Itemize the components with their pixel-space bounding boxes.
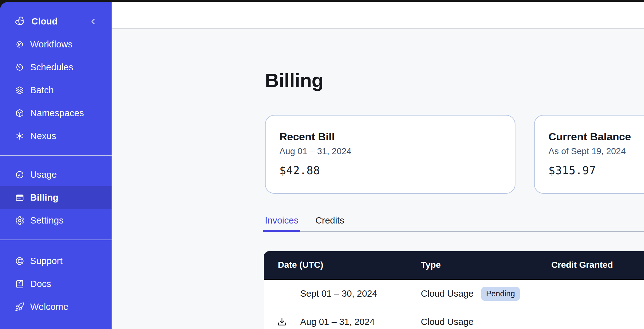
sidebar-brand-label: Cloud	[31, 16, 58, 27]
sidebar-item-settings[interactable]: Settings	[0, 209, 112, 232]
invoice-type: Cloud Usage	[421, 289, 474, 299]
card-title: Current Balance	[548, 131, 644, 143]
sidebar-divider	[0, 155, 112, 156]
sidebar-item-namespaces[interactable]: Namespaces	[0, 102, 112, 125]
sidebar-item-label: Billing	[30, 192, 58, 203]
sidebar-item-label: Batch	[30, 85, 54, 95]
settings-gear-icon	[15, 216, 25, 225]
support-lifebuoy-icon	[15, 256, 25, 266]
billing-content: Billing Recent Bill Aug 01 – 31, 2024 $4…	[112, 29, 644, 329]
tabs: Invoices Credits	[265, 215, 346, 232]
usage-gauge-icon	[15, 170, 25, 180]
tab-credits[interactable]: Credits	[313, 215, 346, 232]
recent-bill-card: Recent Bill Aug 01 – 31, 2024 $42.88	[265, 115, 515, 194]
invoice-date: Aug 01 – 31, 2024	[300, 317, 421, 327]
sidebar-item-schedules[interactable]: Schedules	[0, 56, 112, 79]
sidebar-divider	[0, 240, 112, 240]
temporal-cloud-logo-icon	[15, 16, 26, 27]
main-area: Billing Recent Bill Aug 01 – 31, 2024 $4…	[112, 2, 644, 329]
sidebar-item-label: Support	[30, 256, 63, 266]
column-header-type: Type	[421, 260, 551, 270]
chevron-left-icon	[89, 17, 97, 26]
sidebar-item-support[interactable]: Support	[0, 250, 112, 272]
column-header-credit-granted: Credit Granted	[551, 260, 644, 270]
page-title: Billing	[265, 69, 644, 92]
sidebar-item-billing[interactable]: Billing	[0, 186, 112, 209]
schedules-clock-icon	[15, 62, 25, 72]
billing-credit-card-icon	[15, 193, 25, 202]
invoice-type: Cloud Usage	[421, 317, 474, 327]
docs-book-icon	[15, 279, 25, 289]
batch-layers-icon	[15, 85, 25, 95]
sidebar-collapse-button[interactable]	[89, 17, 97, 26]
welcome-rocket-icon	[15, 302, 25, 312]
table-row: Sept 01 – 30, 2024 Cloud Usage Pending	[264, 280, 644, 308]
sidebar-item-welcome[interactable]: Welcome	[0, 295, 112, 318]
top-bar	[112, 2, 644, 29]
sidebar-item-usage[interactable]: Usage	[0, 163, 112, 186]
sidebar-item-label: Docs	[30, 279, 51, 289]
sidebar-item-workflows[interactable]: Workflows	[0, 33, 112, 56]
app-window: Cloud Workflows	[0, 2, 644, 329]
invoice-type-cell: Cloud Usage	[421, 317, 551, 327]
nexus-asterisk-icon	[15, 131, 25, 141]
sidebar-item-label: Schedules	[30, 62, 73, 73]
workflows-spiral-icon	[15, 40, 25, 49]
screen: Cloud Workflows	[0, 0, 644, 329]
invoices-table: Date (UTC) Type Credit Granted Sept 01 –…	[264, 251, 644, 329]
table-header-row: Date (UTC) Type Credit Granted	[264, 251, 644, 280]
card-amount: $42.88	[279, 164, 501, 177]
table-row: Aug 01 – 31, 2024 Cloud Usage	[264, 308, 644, 329]
card-date-range: Aug 01 – 31, 2024	[279, 146, 501, 156]
download-invoice-button[interactable]	[272, 316, 292, 328]
namespaces-cube-icon	[15, 108, 25, 118]
sidebar: Cloud Workflows	[0, 2, 112, 329]
card-title: Recent Bill	[279, 131, 501, 143]
tab-invoices[interactable]: Invoices	[263, 215, 300, 232]
summary-cards: Recent Bill Aug 01 – 31, 2024 $42.88 Cur…	[265, 115, 644, 194]
card-amount: $315.97	[548, 164, 644, 177]
sidebar-item-docs[interactable]: Docs	[0, 272, 112, 295]
sidebar-item-label: Nexus	[30, 131, 56, 141]
sidebar-item-label: Workflows	[30, 39, 73, 50]
sidebar-item-label: Usage	[30, 170, 57, 180]
column-header-date: Date (UTC)	[278, 260, 421, 270]
download-icon	[276, 316, 288, 328]
sidebar-brand[interactable]: Cloud	[0, 10, 112, 33]
status-badge: Pending	[481, 287, 520, 301]
sidebar-item-nexus[interactable]: Nexus	[0, 125, 112, 148]
invoice-date: Sept 01 – 30, 2024	[300, 289, 421, 299]
tabs-row: Invoices Credits	[265, 213, 644, 232]
sidebar-item-label: Settings	[30, 215, 63, 226]
sidebar-item-label: Welcome	[30, 302, 69, 312]
invoice-type-cell: Cloud Usage Pending	[421, 287, 551, 301]
current-balance-card: Current Balance As of Sept 19, 2024 $315…	[534, 115, 644, 194]
sidebar-item-label: Namespaces	[30, 108, 84, 118]
sidebar-item-batch[interactable]: Batch	[0, 79, 112, 102]
card-date: As of Sept 19, 2024	[548, 146, 644, 156]
